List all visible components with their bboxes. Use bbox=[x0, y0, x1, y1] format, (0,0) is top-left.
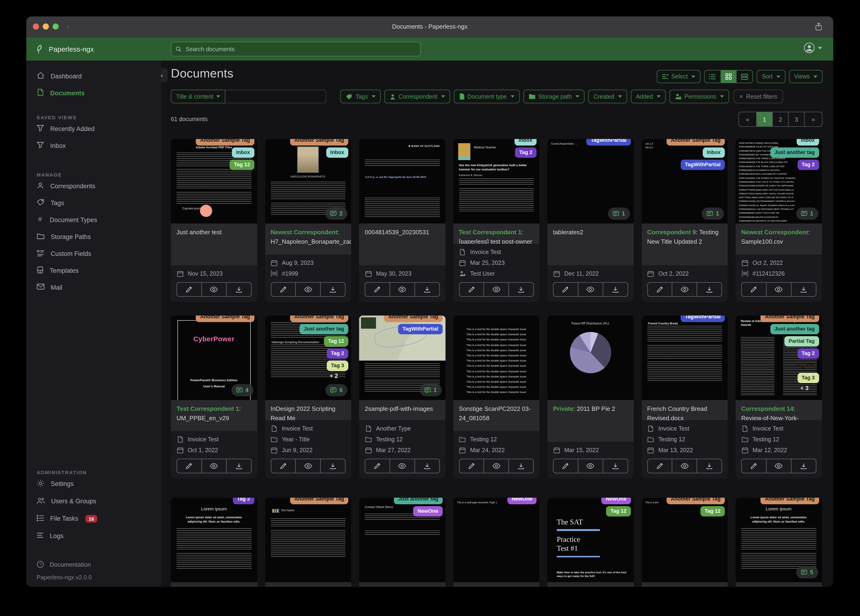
select-button[interactable]: Select bbox=[657, 70, 700, 83]
document-card[interactable]: The SATPracticeTest #1Make time to take … bbox=[547, 498, 634, 587]
title-content-dropdown[interactable]: Title & content bbox=[171, 90, 226, 103]
tag-pill[interactable]: Another Sample Tag bbox=[196, 139, 254, 146]
tag-pill[interactable]: Another Sample Tag bbox=[290, 139, 348, 146]
tag-pill[interactable]: Another Sample Tag bbox=[667, 139, 725, 146]
sidebar-item-correspondents[interactable]: Correspondents bbox=[26, 178, 161, 194]
document-card[interactable]: Contact Sheet DemoJust another tagNewOne bbox=[359, 498, 445, 587]
tag-pill[interactable]: Tag 222 bbox=[792, 361, 819, 371]
permissions-filter-button[interactable]: Permissions bbox=[669, 90, 729, 103]
tags-filter-button[interactable]: Tags bbox=[341, 90, 381, 103]
edit-button[interactable] bbox=[365, 283, 390, 296]
download-button[interactable] bbox=[508, 459, 533, 473]
pagination-page-3[interactable]: 3 bbox=[788, 112, 804, 126]
document-title[interactable]: Sonstige ScanPC2022 03-24_081058 bbox=[453, 400, 539, 431]
download-button[interactable] bbox=[320, 283, 345, 296]
tag-pill[interactable]: Tag 2 bbox=[797, 160, 819, 170]
sidebar-item-templates[interactable]: Templates bbox=[26, 262, 161, 279]
document-title[interactable]: InDesign 2022 Scripting Read Me bbox=[265, 400, 351, 420]
download-button[interactable] bbox=[226, 283, 251, 296]
pagination-page-2[interactable]: 2 bbox=[772, 112, 788, 126]
preview-button[interactable] bbox=[295, 283, 320, 296]
document-thumbnail[interactable]: This is a test for the double space char… bbox=[453, 316, 539, 400]
tag-pill[interactable]: Inbox bbox=[797, 139, 819, 146]
tag-pill[interactable]: Another Sample Tag bbox=[384, 316, 443, 322]
tag-pill[interactable]: Tag 12 bbox=[324, 336, 348, 347]
download-button[interactable] bbox=[414, 283, 439, 296]
grid-view-button[interactable] bbox=[720, 71, 736, 83]
tag-pill[interactable]: Another Sample Tag bbox=[761, 498, 819, 504]
tag-pill[interactable]: Tag 2 bbox=[515, 148, 537, 158]
document-title[interactable]: French Country Bread Revised.docx bbox=[642, 400, 728, 420]
document-title[interactable]: Test Correspondent 1: [paperless] test p… bbox=[453, 223, 539, 244]
tag-pill[interactable]: Just another tag bbox=[394, 498, 443, 504]
forward-button[interactable]: › bbox=[67, 16, 69, 37]
edit-button[interactable] bbox=[177, 459, 201, 473]
edit-button[interactable] bbox=[365, 459, 390, 473]
document-card[interactable]: Another Sample TagTagWithPartial12sample… bbox=[359, 316, 445, 478]
document-card[interactable]: Adobe Acrobat PDF FilesCupcake ipsumAnot… bbox=[171, 139, 257, 302]
edit-button[interactable] bbox=[271, 459, 295, 473]
preview-button[interactable] bbox=[766, 283, 791, 296]
download-button[interactable] bbox=[226, 459, 251, 473]
tag-pill[interactable]: Inbox bbox=[703, 148, 725, 158]
document-thumbnail[interactable]: Serial Number,Company Name,Employ9788189… bbox=[736, 139, 822, 223]
edit-button[interactable] bbox=[554, 283, 578, 296]
preview-button[interactable] bbox=[484, 459, 508, 473]
document-title[interactable]: Newest Correspondent: Sample100.csv bbox=[736, 223, 822, 255]
document-title[interactable]: tablerates2 bbox=[547, 223, 634, 265]
download-button[interactable] bbox=[791, 459, 816, 473]
document-correspondent[interactable]: Test Correspondent 1 bbox=[459, 229, 521, 236]
tag-pill[interactable]: Tag 12 bbox=[230, 160, 254, 170]
document-correspondent[interactable]: Correspondent 14 bbox=[741, 405, 794, 412]
document-thumbnail[interactable]: NAPOLEON BONAPARTEAnother Sample TagInbo… bbox=[265, 139, 351, 223]
tag-pill[interactable]: TagWithPartial bbox=[681, 160, 725, 170]
tag-pill[interactable]: Tag 3 bbox=[797, 372, 819, 383]
app-brand[interactable]: Paperless-ngx bbox=[36, 44, 94, 53]
document-title[interactable]: Private: 2011 BP Pie 2 bbox=[547, 400, 634, 442]
document-card[interactable]: ❖ BANK OF SCOTLAND2,0 % p. a. auf Ihr Ta… bbox=[359, 139, 445, 302]
download-button[interactable] bbox=[791, 283, 816, 296]
sidebar-item-tags[interactable]: Tags bbox=[26, 194, 161, 211]
document-thumbnail[interactable]: This is a multi page document. Page 1.Ne… bbox=[453, 498, 539, 582]
document-card[interactable]: Test NameAnother Sample Tag bbox=[265, 498, 351, 587]
document-title[interactable]: Test Correspondent 1: UM_PPBE_en_v29 bbox=[171, 400, 257, 431]
correspondent-filter-button[interactable]: Correspondent bbox=[384, 90, 450, 103]
preview-button[interactable] bbox=[201, 459, 226, 473]
preview-button[interactable] bbox=[390, 283, 414, 296]
preview-button[interactable] bbox=[766, 459, 791, 473]
document-correspondent[interactable]: Private bbox=[553, 405, 573, 412]
document-card[interactable]: NAPOLEON BONAPARTEAnother Sample TagInbo… bbox=[265, 139, 351, 302]
tag-pill[interactable]: Another Sample Tag bbox=[290, 316, 348, 322]
added-filter-button[interactable]: Added bbox=[631, 90, 665, 103]
document-card[interactable]: This is a test for the double space char… bbox=[453, 316, 539, 478]
tag-pill[interactable]: Just another tag bbox=[771, 148, 819, 158]
document-title[interactable] bbox=[265, 582, 351, 587]
tag-pill[interactable]: Another Sample Tag bbox=[761, 316, 819, 322]
pagination-page-1[interactable]: 1 bbox=[756, 112, 772, 126]
document-thumbnail[interactable]: InDesign Scripting DocumentationAnother … bbox=[265, 316, 351, 400]
document-title[interactable]: Newest Correspondent: H7_Napoleon_Bonapa… bbox=[265, 223, 351, 255]
document-card[interactable]: This is a testAnother Sample TagTag 12 bbox=[642, 498, 728, 587]
tag-pill[interactable]: Inbox bbox=[514, 139, 537, 146]
tag-pill[interactable]: Partial Tag bbox=[785, 336, 819, 347]
tag-pill[interactable]: TagWithPartial bbox=[681, 316, 725, 322]
edit-button[interactable] bbox=[459, 459, 484, 473]
document-thumbnail[interactable]: Contact Sheet DemoJust another tagNewOne bbox=[359, 498, 445, 582]
download-button[interactable] bbox=[697, 459, 722, 473]
document-correspondent[interactable]: Newest Correspondent bbox=[741, 229, 808, 236]
download-button[interactable] bbox=[508, 283, 533, 296]
document-thumbnail[interactable]: ❖ BANK OF SCOTLAND2,0 % p. a. auf Ihr Ta… bbox=[359, 139, 445, 223]
tag-pill[interactable]: Just another tag bbox=[771, 324, 819, 334]
edit-button[interactable] bbox=[554, 459, 578, 473]
tag-pill[interactable]: NewOne bbox=[507, 498, 537, 504]
back-button[interactable]: ‹ bbox=[53, 16, 56, 37]
document-thumbnail[interactable]: Adobe Acrobat PDF FilesCupcake ipsumAnot… bbox=[171, 139, 257, 223]
close-window-button[interactable] bbox=[33, 24, 39, 30]
user-menu[interactable] bbox=[804, 42, 822, 53]
document-thumbnail[interactable]: Test NameAnother Sample Tag bbox=[265, 498, 351, 582]
sidebar-item-mail[interactable]: Mail bbox=[26, 279, 161, 296]
title-content-input[interactable] bbox=[226, 90, 326, 103]
document-thumbnail[interactable]: Review of Arbitral Awards and Certainty … bbox=[736, 316, 822, 400]
document-card[interactable]: Lorem ipsumLorem ipsum dolor sit amet, c… bbox=[736, 498, 822, 587]
document-correspondent[interactable]: Correspondent 9 bbox=[647, 229, 696, 236]
